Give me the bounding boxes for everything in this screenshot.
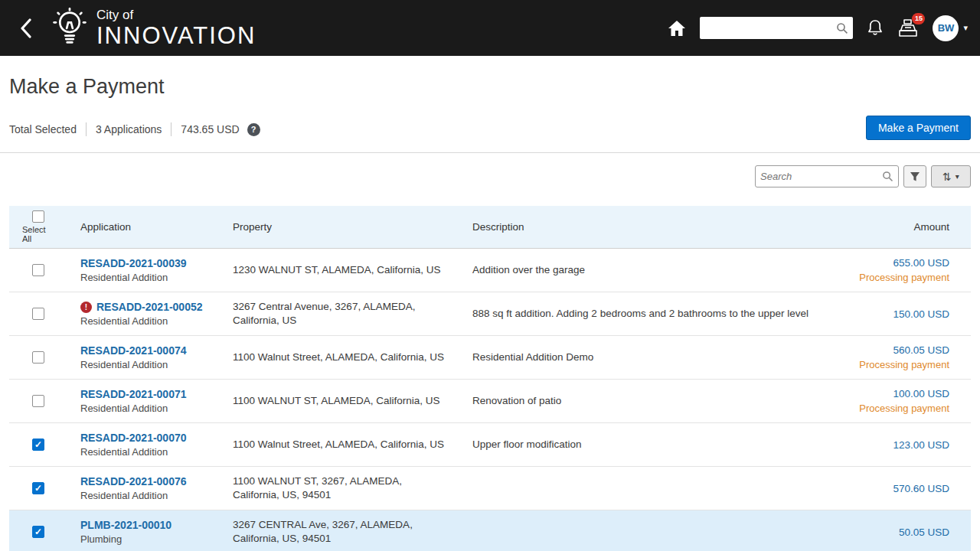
search-icon [882,171,893,182]
total-selected-label: Total Selected [9,123,77,135]
description-text: Addition over the garage [459,257,839,283]
table-row: ! RESADD-2021-00074 Residential Addition… [9,336,971,380]
cart-count-badge: 15 [912,13,925,24]
make-payment-button[interactable]: Make a Payment [866,116,971,140]
table-header-row: Select All Application Property Descript… [9,206,971,249]
status-text: Processing payment [852,403,949,414]
property-text: 1100 Walnut Street, ALAMEDA, California,… [220,432,459,458]
amount-text: 150.00 USD [852,308,949,320]
chevron-down-icon: ▾ [956,172,959,181]
application-type: Residential Addition [80,315,207,327]
chevron-down-icon: ▾ [963,23,968,33]
divider [86,122,87,136]
global-search-box [700,17,853,39]
sort-icon: ⇅ [942,171,952,183]
notifications-button[interactable] [867,19,884,37]
amount-text: 570.60 USD [852,483,949,494]
description-text: Renovation of patio [459,388,839,414]
select-all-label: Select All [22,225,54,243]
table-row: ! RESADD-2021-00070 Residential Addition… [9,423,971,467]
table-row: ! RESADD-2021-00071 Residential Addition… [9,380,971,423]
total-amount: 743.65 USD [181,123,239,135]
column-header-property: Property [220,217,459,237]
amount-text: 123.00 USD [852,439,949,451]
fees-cart-button[interactable]: 15 [897,18,919,38]
home-button[interactable] [668,20,686,37]
column-header-application: Application [67,217,220,237]
brand-logo: City of INNOVATION [51,8,256,49]
filter-button[interactable] [903,165,926,187]
table-row: ! RESADD-2021-00076 Residential Addition… [9,467,971,510]
section-divider [0,152,980,153]
brand-innovation: INNOVATION [96,24,256,47]
application-link[interactable]: PLMB-2021-00010 [80,519,172,531]
application-type: Residential Addition [80,446,207,458]
row-checkbox[interactable] [32,439,44,451]
application-link[interactable]: RESADD-2021-00076 [80,475,187,487]
table-body: ! RESADD-2021-00039 Residential Addition… [9,249,971,551]
description-text: Residential Addition Demo [459,344,839,370]
home-icon [668,20,686,37]
page-title: Make a Payment [9,75,971,99]
row-checkbox[interactable] [32,482,44,494]
help-icon[interactable]: ? [247,123,260,136]
application-link[interactable]: RESADD-2021-00074 [80,344,187,357]
application-link[interactable]: RESADD-2021-00071 [80,388,187,400]
description-text [459,526,839,538]
user-menu[interactable]: BW ▾ [933,15,968,41]
application-link[interactable]: RESADD-2021-00052 [96,301,203,313]
row-checkbox[interactable] [32,351,44,364]
avatar: BW [933,15,959,41]
row-checkbox[interactable] [32,308,44,320]
top-header: City of INNOVATION [0,0,980,56]
back-chevron-icon [20,18,32,38]
application-type: Residential Addition [80,403,207,414]
application-type: Residential Addition [80,272,207,283]
payments-table: Select All Application Property Descript… [9,206,971,551]
amount-text: 560.05 USD [852,344,949,356]
column-header-amount: Amount [839,217,971,237]
application-type: Residential Addition [80,359,207,370]
table-row: ! RESADD-2021-00052 Residential Addition… [9,292,971,336]
status-text: Processing payment [852,272,949,283]
main-content: Make a Payment Total Selected 3 Applicat… [0,75,980,551]
applications-count: 3 Applications [96,123,162,135]
application-type: Residential Addition [80,490,207,501]
application-link[interactable]: RESADD-2021-00070 [80,432,187,444]
search-icon [836,22,848,34]
table-search-box [755,165,899,187]
column-header-description: Description [459,217,839,237]
bell-icon [867,19,884,37]
property-text: 1100 WALNUT ST, ALAMEDA, California, US [220,388,459,414]
global-search-input[interactable] [704,22,836,34]
row-checkbox[interactable] [32,264,44,276]
alert-icon: ! [80,302,92,313]
filter-icon [910,171,920,182]
property-text: 1100 Walnut Street, ALAMEDA, California,… [220,344,459,370]
table-row: ! RESADD-2021-00039 Residential Addition… [9,249,971,292]
table-row: ! PLMB-2021-00010 Plumbing 3267 CENTRAL … [9,510,971,551]
description-text: Upper floor modification [459,432,839,458]
back-button[interactable] [12,11,40,45]
property-text: 3267 CENTRAL Ave, 3267, ALAMEDA, Califor… [220,512,459,551]
summary-row: Total Selected 3 Applications 743.65 USD… [9,117,971,142]
amount-text: 50.05 USD [852,527,949,538]
amount-text: 655.00 USD [852,257,949,269]
row-checkbox[interactable] [32,526,44,538]
divider [171,122,172,136]
description-text: 888 sq ft addition. Adding 2 bedrooms an… [459,301,839,327]
brand-city-of: City of [96,8,256,21]
description-text [459,482,839,494]
amount-text: 100.00 USD [852,388,949,399]
row-checkbox[interactable] [32,395,44,407]
application-link[interactable]: RESADD-2021-00039 [80,257,187,269]
select-all-checkbox[interactable] [32,210,44,223]
sort-button[interactable]: ⇅ ▾ [931,165,971,187]
property-text: 3267 Central Avenue, 3267, ALAMEDA, Cali… [220,294,459,334]
status-text: Processing payment [852,359,949,370]
table-search-input[interactable] [760,171,882,182]
table-controls: ⇅ ▾ [9,165,971,187]
property-text: 1100 WALNUT ST, 3267, ALAMEDA, Californi… [220,468,459,508]
application-type: Plumbing [80,533,207,545]
lightbulb-icon [51,8,89,49]
